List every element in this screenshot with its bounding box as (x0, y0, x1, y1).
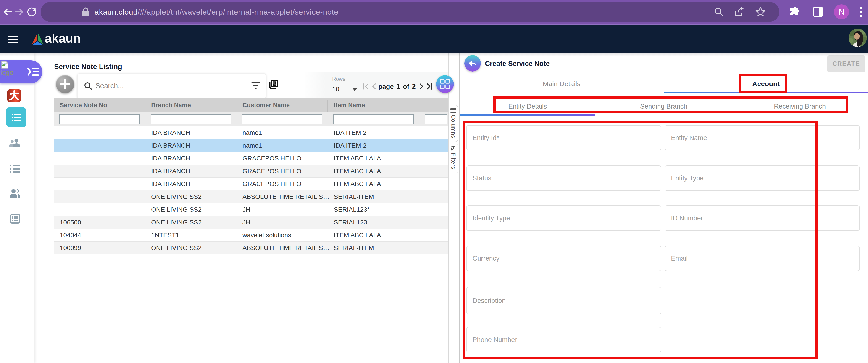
listing-left-border-inner (53, 53, 53, 363)
page-of-label: of (403, 83, 409, 90)
column-header[interactable]: Service Note No (60, 98, 142, 112)
table-row[interactable]: IDA BRANCHname1IDA ITEM 2 (54, 127, 448, 139)
search-placeholder: Search... (95, 82, 124, 90)
share-icon[interactable] (734, 6, 745, 17)
table-header-row: Service Note NoBranch NameCustomer NameI… (54, 98, 448, 112)
table-cell: IDA ITEM 2 (334, 127, 420, 139)
column-filter-input[interactable] (425, 114, 447, 124)
lock-icon[interactable] (81, 7, 90, 17)
subtabs-divider-line (595, 115, 868, 115)
table-row[interactable]: IDA BRANCHGRACEPOS HELLOITEM ABC LALA (54, 165, 448, 177)
table-cell: IDA BRANCH (151, 127, 238, 139)
add-button[interactable] (56, 75, 74, 93)
zoom-out-icon[interactable] (713, 6, 724, 17)
filter-list-icon[interactable] (251, 82, 260, 90)
table-row[interactable]: IDA BRANCHGRACEPOS HELLOITEM ABC LALA (54, 152, 448, 165)
table-cell: SERIAL-ITEM (334, 190, 420, 203)
column-filter-input[interactable] (59, 114, 140, 124)
prev-page-icon[interactable] (372, 83, 376, 90)
filters-tab-label: Filters (450, 153, 457, 169)
annotation-box-subtabs (493, 96, 848, 113)
table-row[interactable]: IDA BRANCHGRACEPOS HELLOITEM ABC LALA (54, 177, 448, 190)
table-cell: ITEM ABC LALA (334, 177, 420, 190)
bookmark-star-icon[interactable] (755, 6, 766, 17)
rows-per-page-select[interactable]: 10 (332, 85, 339, 93)
page-total: 2 (412, 83, 415, 91)
table-cell: 100099 (60, 242, 146, 254)
table-cell: ONE LIVING SS2 (151, 216, 238, 229)
sidebar-item-customers[interactable] (9, 139, 21, 148)
table-cell: ONE LIVING SS2 (151, 242, 238, 254)
back-button[interactable] (464, 55, 481, 72)
browser-forward-icon[interactable] (14, 0, 24, 24)
first-page-icon[interactable] (363, 83, 369, 90)
table-cell: JH (243, 203, 332, 216)
sidebar-item-bigledger-applet[interactable] (7, 89, 21, 103)
collapse-sidebar-icon[interactable] (27, 67, 39, 77)
service-note-listing-panel: Service Note Listing Search... Rows 10 p… (52, 53, 460, 363)
table-row[interactable]: 100099ONE LIVING SS2ABSOLUTE TIME RETAIL… (54, 242, 448, 254)
table-cell (60, 203, 146, 216)
rows-dropdown-caret-icon[interactable] (352, 88, 357, 91)
hamburger-menu-icon[interactable] (8, 36, 18, 44)
tabs-divider-line (460, 93, 664, 93)
page-current: 1 (396, 82, 400, 91)
applet-grid-button[interactable] (436, 75, 454, 93)
table-cell (60, 165, 146, 177)
side-panel-icon[interactable] (812, 0, 824, 24)
column-filter-input[interactable] (333, 114, 414, 124)
annotation-box-form (463, 121, 817, 359)
people-icon (9, 139, 21, 148)
sidebar-item-documents[interactable] (10, 214, 20, 224)
extensions-puzzle-icon[interactable] (789, 0, 801, 24)
browser-reload-icon[interactable] (27, 0, 37, 24)
table-cell (60, 127, 146, 139)
table-cell: IDA ITEM 2 (334, 139, 420, 152)
active-subtab-indicator (460, 114, 595, 116)
filters-side-tab[interactable]: Filters (449, 143, 458, 174)
url-text: akaun.cloud/#/applet/tnt/wavelet/erp/int… (95, 7, 338, 17)
table-cell (60, 152, 146, 165)
tenant-logo-pill[interactable]: logo (0, 60, 42, 83)
table-cell: GRACEPOS HELLO (243, 165, 332, 177)
grid-icon (440, 79, 450, 89)
address-bar[interactable]: akaun.cloud/#/applet/tnt/wavelet/erp/int… (41, 2, 779, 22)
table-cell: IDA BRANCH (151, 177, 238, 190)
table-cell: 1NTEST1 (151, 229, 238, 242)
tab-main-details[interactable]: Main Details (460, 80, 664, 88)
last-page-icon[interactable] (426, 83, 433, 90)
list-icon (12, 114, 21, 121)
browser-profile-avatar[interactable]: N (834, 0, 849, 24)
bullet-list-icon (9, 165, 20, 173)
sidebar-item-contacts[interactable] (9, 189, 21, 198)
columns-icon (450, 108, 456, 113)
table-row[interactable]: ONE LIVING SS2JHSERIAL123* (54, 203, 448, 216)
browser-menu-dots-icon[interactable] (857, 0, 866, 24)
table-row[interactable]: ONE LIVING SS2ABSOLUTE TIME RETAIL SDN B… (54, 190, 448, 203)
column-header[interactable]: Item Name (334, 98, 416, 112)
table-row[interactable]: IDA BRANCHname1IDA ITEM 2 (54, 139, 448, 152)
table-cell: wavelet solutions (243, 229, 332, 242)
table-cell: JH (243, 216, 332, 229)
column-header[interactable]: Branch Name (151, 98, 233, 112)
table-cell: ITEM ABC LALA (334, 229, 420, 242)
listing-left-border (52, 53, 52, 363)
annotation-box-account-tab (739, 74, 787, 93)
user-avatar[interactable] (848, 29, 867, 47)
sidebar-item-list-menu[interactable] (9, 165, 20, 173)
table-row[interactable]: 106500ONE LIVING SS2JHSERIAL123 (54, 216, 448, 229)
column-header[interactable]: Customer Name (243, 98, 324, 112)
browser-back-icon[interactable] (3, 0, 13, 24)
columns-side-tab[interactable]: Columns (449, 105, 458, 142)
next-page-icon[interactable] (419, 83, 424, 90)
app-sidebar (0, 53, 34, 363)
table-row[interactable]: 1040441NTEST1wavelet solutionsITEM ABC L… (54, 229, 448, 242)
browser-toolbar: akaun.cloud/#/applet/tnt/wavelet/erp/int… (0, 0, 868, 24)
duplicate-pages-icon[interactable] (268, 79, 279, 90)
search-bar[interactable]: Search... (78, 74, 266, 99)
column-filter-input[interactable] (242, 114, 322, 124)
sidebar-item-listing-active[interactable] (6, 107, 27, 127)
create-button[interactable]: CREATE (827, 55, 865, 72)
column-filter-input[interactable] (151, 114, 231, 124)
columns-tab-label: Columns (450, 115, 457, 138)
